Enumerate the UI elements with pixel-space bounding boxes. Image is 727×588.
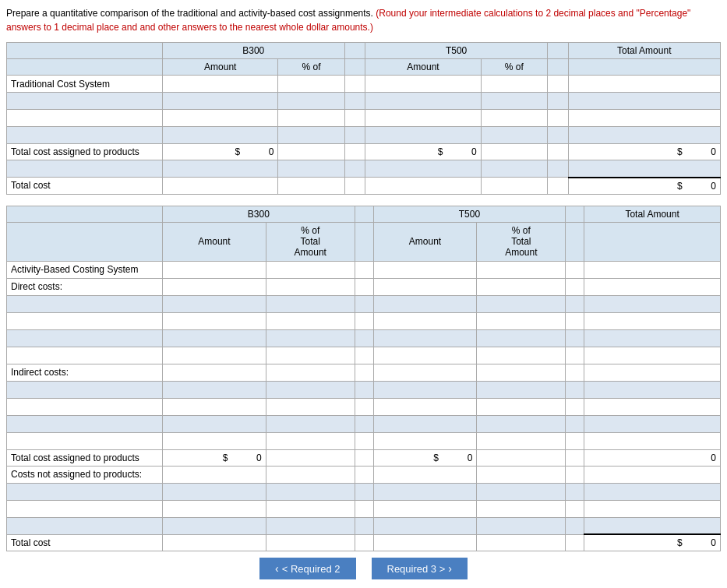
prev-button[interactable]: ‹ < Required 2 [259, 558, 355, 579]
abc-total-b300-cell[interactable]: $ 0 [163, 449, 266, 466]
abc-sl-b300-pct[interactable] [266, 261, 355, 278]
abc-dr3-b300-pct[interactable] [266, 329, 355, 347]
abc-dl-b300-pct[interactable] [266, 278, 355, 295]
abc-cna-r3-t500-pct[interactable] [477, 517, 566, 534]
trad-extra-b300[interactable] [163, 160, 278, 178]
abc-cna-r3-total[interactable] [584, 517, 721, 534]
abc-cna-r2-t500[interactable] [373, 500, 477, 517]
abc-ir2-t500[interactable] [373, 398, 477, 415]
abc-dr1-t500[interactable] [373, 295, 477, 312]
abc-dl-t500-pct[interactable] [477, 278, 566, 295]
trad-extra-t500-pct[interactable] [481, 160, 547, 178]
next-button[interactable]: Required 3 > › [372, 558, 468, 579]
trad-r0-b300-pct[interactable] [278, 76, 344, 93]
abc-cna-r1-b300-pct[interactable] [266, 483, 355, 500]
abc-ir2-b300-pct[interactable] [266, 398, 355, 415]
abc-cna-b300-pct[interactable] [266, 466, 355, 483]
abc-ir2-t500-pct[interactable] [477, 398, 566, 415]
abc-ir1-b300-pct[interactable] [266, 381, 355, 398]
abc-ir3-b300-pct[interactable] [266, 415, 355, 432]
trad-total-t500-pct[interactable] [481, 144, 547, 160]
abc-dr2-b300[interactable] [163, 312, 266, 329]
abc-ir3-t500[interactable] [373, 415, 477, 432]
trad-r1-t500-amt[interactable] [365, 93, 481, 110]
trad-total-b300-cell[interactable]: $ 0 [163, 144, 278, 160]
trad-r1-b300-amt[interactable] [163, 93, 278, 110]
abc-tc-b300-pct[interactable] [266, 534, 355, 551]
abc-dr3-t500[interactable] [373, 329, 477, 347]
trad-r0-total[interactable] [568, 76, 720, 93]
trad-r3-b300-pct[interactable] [278, 127, 344, 144]
abc-sl-t500[interactable] [373, 261, 477, 278]
abc-total-t500-pct[interactable] [477, 449, 566, 466]
abc-dr3-total[interactable] [584, 329, 721, 347]
trad-r3-b300-amt[interactable] [163, 127, 278, 144]
abc-cna-r2-b300[interactable] [163, 500, 266, 517]
abc-dr4-b300[interactable] [163, 347, 266, 364]
abc-sl-b300[interactable] [163, 261, 266, 278]
trad-r1-t500-pct[interactable] [481, 93, 547, 110]
abc-dr1-t500-pct[interactable] [477, 295, 566, 312]
abc-dr2-total[interactable] [584, 312, 721, 329]
abc-dr2-t500[interactable] [373, 312, 477, 329]
trad-tc-total[interactable]: $ 0 [568, 178, 720, 195]
abc-il-total[interactable] [584, 364, 721, 381]
abc-dr4-t500[interactable] [373, 347, 477, 364]
abc-sl-total[interactable] [584, 261, 721, 278]
abc-tc-b300[interactable] [163, 534, 266, 551]
abc-tc-t500-pct[interactable] [477, 534, 566, 551]
abc-ir4-b300[interactable] [163, 432, 266, 449]
abc-cna-r1-total[interactable] [584, 483, 721, 500]
abc-ir1-t500-pct[interactable] [477, 381, 566, 398]
abc-dr2-t500-pct[interactable] [477, 312, 566, 329]
abc-ir1-b300[interactable] [163, 381, 266, 398]
abc-dr2-b300-pct[interactable] [266, 312, 355, 329]
abc-cna-b300[interactable] [163, 466, 266, 483]
trad-r3-t500-amt[interactable] [365, 127, 481, 144]
abc-cna-r3-b300[interactable] [163, 517, 266, 534]
abc-dr1-b300[interactable] [163, 295, 266, 312]
abc-il-t500-pct[interactable] [477, 364, 566, 381]
abc-il-b300-pct[interactable] [266, 364, 355, 381]
trad-tc-b300-pct[interactable] [278, 178, 344, 195]
abc-ir4-t500[interactable] [373, 432, 477, 449]
abc-dr4-total[interactable] [584, 347, 721, 364]
abc-dr3-b300[interactable] [163, 329, 266, 347]
abc-cna-r3-b300-pct[interactable] [266, 517, 355, 534]
trad-r2-total[interactable] [568, 110, 720, 127]
abc-ir4-b300-pct[interactable] [266, 432, 355, 449]
trad-tc-b300[interactable] [163, 178, 278, 195]
abc-il-t500[interactable] [373, 364, 477, 381]
abc-ir2-total[interactable] [584, 398, 721, 415]
trad-r2-b300-amt[interactable] [163, 110, 278, 127]
abc-dr1-b300-pct[interactable] [266, 295, 355, 312]
abc-ir3-b300[interactable] [163, 415, 266, 432]
abc-cna-r1-t500[interactable] [373, 483, 477, 500]
abc-cna-r1-t500-pct[interactable] [477, 483, 566, 500]
trad-total-b300-pct[interactable] [278, 144, 344, 160]
abc-cna-t500[interactable] [373, 466, 477, 483]
abc-cna-total[interactable] [584, 466, 721, 483]
trad-r3-total[interactable] [568, 127, 720, 144]
abc-dr4-t500-pct[interactable] [477, 347, 566, 364]
trad-r0-b300-amt[interactable] [163, 76, 278, 93]
abc-dl-b300[interactable] [163, 278, 266, 295]
trad-r0-t500-pct[interactable] [481, 76, 547, 93]
abc-cna-r2-t500-pct[interactable] [477, 500, 566, 517]
abc-cna-r2-total[interactable] [584, 500, 721, 517]
trad-extra-b300-pct[interactable] [278, 160, 344, 178]
trad-extra-t500[interactable] [365, 160, 481, 178]
abc-ir2-b300[interactable] [163, 398, 266, 415]
trad-extra-total[interactable] [568, 160, 720, 178]
trad-r0-t500-amt[interactable] [365, 76, 481, 93]
abc-total-total-cell[interactable]: 0 [584, 449, 721, 466]
trad-r2-t500-pct[interactable] [481, 110, 547, 127]
abc-cna-t500-pct[interactable] [477, 466, 566, 483]
abc-ir4-total[interactable] [584, 432, 721, 449]
abc-dr3-t500-pct[interactable] [477, 329, 566, 347]
abc-dl-total[interactable] [584, 278, 721, 295]
abc-cna-r3-t500[interactable] [373, 517, 477, 534]
abc-ir4-t500-pct[interactable] [477, 432, 566, 449]
abc-total-b300-pct[interactable] [266, 449, 355, 466]
abc-dl-t500[interactable] [373, 278, 477, 295]
